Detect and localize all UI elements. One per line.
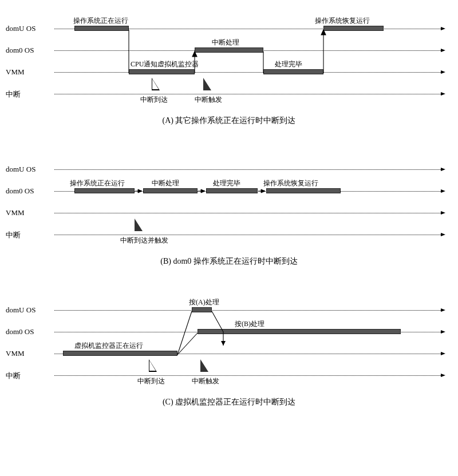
chart-c: domU OS 按(A)处理 dom0 OS 按(B)处理 VMM 虚拟机监控器… — [6, 293, 452, 430]
bar-handling — [143, 188, 198, 193]
bar-done — [206, 188, 258, 193]
label-int-fire: 中断触发 — [192, 376, 219, 386]
lane-label: VMM — [6, 68, 25, 77]
bar-vmm-done — [263, 69, 323, 74]
bar-int-handling — [195, 47, 263, 53]
lane-label: domU OS — [6, 24, 35, 33]
lane-label: 中断 — [6, 230, 21, 240]
lane-domU: domU OS 按(A)处理 — [6, 304, 452, 318]
axis-line — [54, 94, 441, 94]
bar-os-resumed — [323, 26, 384, 31]
bar-os-running — [74, 26, 129, 31]
bar-running — [74, 188, 135, 193]
chart-b: domU OS dom0 OS 操作系统正在运行 中断处理 处理完毕 操作系统恢… — [6, 152, 452, 289]
axis-line — [54, 310, 441, 311]
label-vmm-done: 处理完毕 — [275, 60, 302, 69]
bar-vmm-notify — [129, 69, 195, 74]
interrupt-arrive-icon — [152, 78, 160, 90]
lane-label: dom0 OS — [6, 327, 34, 336]
axis-line — [54, 213, 441, 213]
chart-c-caption: (C) 虚拟机监控器正在运行时中断到达 — [6, 397, 452, 407]
label-int-fire: 中断触发 — [195, 95, 222, 105]
label-vmm-running: 虚拟机监控器正在运行 — [74, 341, 143, 351]
label-int-arrive: 中断到达 — [137, 376, 165, 386]
label-int-both: 中断到达并触发 — [120, 236, 168, 245]
lane-dom0: dom0 OS 按(B)处理 — [6, 326, 452, 340]
label-resumed: 操作系统恢复运行 — [263, 178, 318, 188]
label-os-resumed: 操作系统恢复运行 — [315, 16, 370, 26]
lane-label: VMM — [6, 208, 25, 217]
lane-dom0: dom0 OS 中断处理 — [6, 45, 452, 58]
label-int-handling: 中断处理 — [212, 38, 239, 47]
label-vmm-notify: CPU通知虚拟机监控器 — [131, 60, 199, 69]
lane-domU: domU OS — [6, 164, 452, 177]
lane-vmm: VMM — [6, 207, 452, 221]
lane-interrupt: 中断 中断到达 中断触发 — [6, 370, 452, 383]
lane-label: domU OS — [6, 165, 35, 174]
interrupt-fire-icon — [203, 78, 211, 90]
bar-resumed — [266, 188, 341, 193]
label-as-b: 按(B)处理 — [235, 319, 264, 329]
lane-label: VMM — [6, 349, 25, 358]
interrupt-fire-icon — [200, 359, 208, 372]
label-done: 处理完毕 — [213, 178, 240, 188]
axis-line — [54, 375, 441, 376]
lane-vmm: VMM 虚拟机监控器正在运行 — [6, 348, 452, 362]
lane-label: domU OS — [6, 306, 35, 315]
label-os-running: 操作系统正在运行 — [73, 16, 128, 26]
lane-domU: domU OS 操作系统正在运行 操作系统恢复运行 — [6, 23, 452, 37]
lane-vmm: VMM CPU通知虚拟机监控器 处理完毕 — [6, 66, 452, 80]
lane-label: dom0 OS — [6, 187, 34, 196]
bar-as-a — [192, 307, 212, 312]
svg-marker-16 — [221, 341, 226, 346]
axis-line — [54, 235, 441, 235]
interrupt-arrive-icon — [149, 359, 157, 372]
chart-a: domU OS 操作系统正在运行 操作系统恢复运行 dom0 OS 中断处理 V… — [6, 11, 452, 149]
lane-label: 中断 — [6, 89, 21, 100]
label-as-a: 按(A)处理 — [189, 298, 219, 307]
axis-line — [54, 72, 441, 73]
lane-dom0: dom0 OS 操作系统正在运行 中断处理 处理完毕 操作系统恢复运行 — [6, 185, 452, 199]
interrupt-both-icon — [135, 219, 143, 231]
lane-interrupt: 中断 中断到达并触发 — [6, 229, 452, 243]
bar-as-b — [198, 329, 401, 334]
lane-label: 中断 — [6, 371, 21, 381]
chart-b-caption: (B) dom0 操作系统正在运行时中断到达 — [6, 256, 452, 267]
chart-a-caption: (A) 其它操作系统正在运行时中断到达 — [6, 116, 452, 126]
label-int-arrive: 中断到达 — [140, 95, 168, 105]
label-running: 操作系统正在运行 — [70, 178, 125, 188]
label-handling: 中断处理 — [152, 178, 179, 188]
axis-line — [54, 169, 441, 170]
bar-vmm-running — [63, 351, 177, 356]
lane-interrupt: 中断 中断到达 中断触发 — [6, 88, 452, 102]
lane-label: dom0 OS — [6, 46, 34, 55]
